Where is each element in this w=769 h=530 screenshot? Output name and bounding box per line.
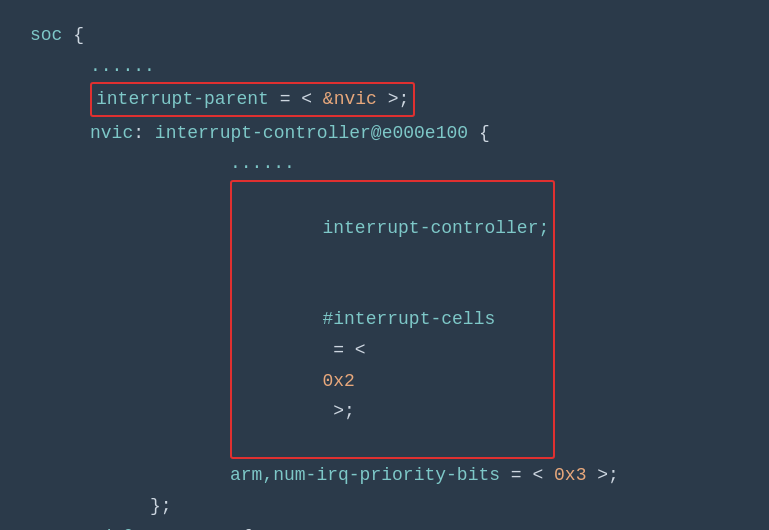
line-arm-priority: arm,num-irq-priority-bits = < 0x3 >; (230, 460, 739, 491)
line-dots2: ...... (230, 148, 739, 179)
code-editor: soc { ...... interrupt-parent = < &nvic … (0, 0, 769, 530)
line-close-nvic: }; (150, 491, 739, 522)
highlight-interrupt-parent: interrupt-parent = < &nvic >; (90, 82, 415, 117)
highlight-interrupt-controller: interrupt-controller; #interrupt-cells =… (230, 180, 555, 459)
line-adc: adc@4e0000000 { (90, 522, 739, 531)
line-dots1: ...... (90, 51, 739, 82)
line-interrupt-controller: interrupt-controller; #interrupt-cells =… (230, 179, 739, 460)
keyword-soc: soc (30, 20, 62, 51)
line-nvic: nvic : interrupt-controller@e000e100 { (90, 118, 739, 149)
line-soc-open: soc { (30, 20, 739, 51)
line-interrupt-parent: interrupt-parent = < &nvic >; (90, 81, 739, 118)
